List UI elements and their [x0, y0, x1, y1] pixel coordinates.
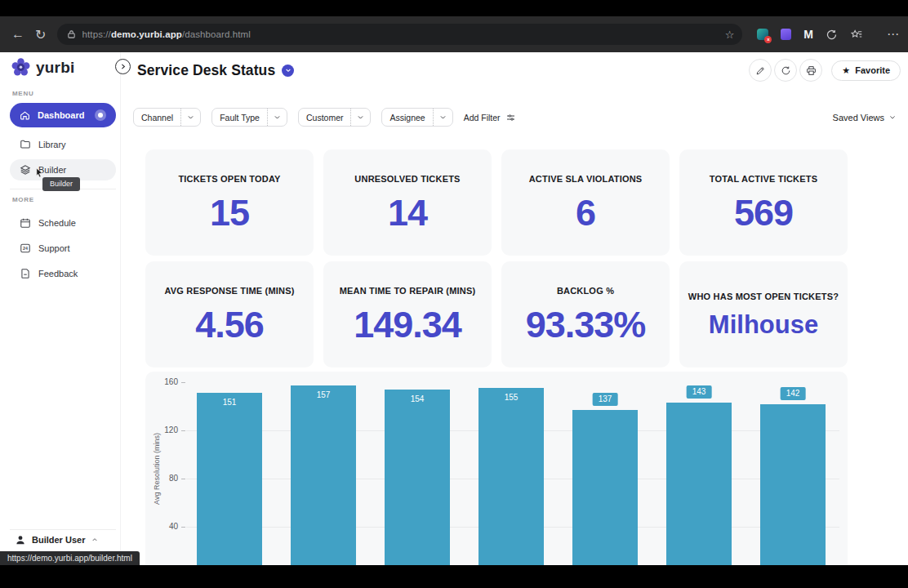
yurbi-logo-icon — [11, 57, 31, 78]
filter-label: Assignee — [382, 109, 432, 126]
edit-button[interactable] — [749, 59, 772, 82]
chevron-down-icon[interactable] — [350, 109, 370, 126]
y-tick-label: 160 — [152, 377, 178, 387]
kpi-label: MEAN TIME TO REPAIR (MINS) — [340, 286, 476, 296]
back-button[interactable]: ← — [7, 27, 29, 42]
bar-value-label: 154 — [385, 394, 450, 403]
user-menu[interactable]: Builder User — [15, 534, 99, 546]
lock-icon — [67, 29, 76, 39]
chevron-down-icon[interactable] — [433, 109, 452, 126]
menu-section-label: MENU — [12, 90, 33, 97]
kpi-label: BACKLOG % — [557, 286, 614, 296]
favorite-label: Favorite — [855, 65, 890, 75]
sidebar-item-library[interactable]: Library — [10, 134, 116, 155]
filter-bar: Channel Fault Type Customer Assignee Add… — [133, 108, 908, 127]
filter-customer[interactable]: Customer — [298, 108, 372, 127]
title-dropdown-icon[interactable] — [282, 65, 294, 77]
letterbox-bottom — [0, 565, 908, 588]
y-tick-mark — [181, 382, 185, 383]
chart-bar[interactable] — [291, 385, 356, 565]
chevron-down-icon[interactable] — [180, 109, 200, 126]
chevron-down-icon — [888, 114, 897, 121]
sync-icon[interactable] — [826, 29, 838, 41]
sidebar-item-schedule[interactable]: Schedule — [10, 212, 116, 234]
chart-bar[interactable] — [478, 388, 544, 565]
kpi-card-total-active-tickets[interactable]: TOTAL ACTIVE TICKETS 569 — [679, 149, 848, 256]
filter-label: Fault Type — [212, 109, 267, 126]
sidebar-item-dashboard[interactable]: Dashboard — [10, 103, 116, 127]
y-tick-label: 80 — [152, 474, 178, 483]
reload-button[interactable]: ↻ — [29, 27, 52, 42]
folder-icon — [20, 139, 31, 150]
filter-fault-type[interactable]: Fault Type — [211, 108, 287, 127]
favorite-button[interactable]: ★ Favorite — [831, 60, 901, 81]
sidebar-item-feedback[interactable]: Feedback — [10, 263, 116, 284]
add-filter-button[interactable]: Add Filter — [464, 113, 516, 122]
chevron-down-icon[interactable] — [267, 109, 287, 126]
favorites-list-icon[interactable] — [850, 29, 863, 41]
bookmark-star-icon[interactable]: ☆ — [725, 29, 735, 41]
svg-text:24: 24 — [23, 246, 28, 251]
app-window: yurbi MENU Dashboard Library — [0, 52, 908, 565]
kpi-label: UNRESOLVED TICKETS — [354, 174, 460, 184]
kpi-card-tickets-open-today[interactable]: TICKETS OPEN TODAY 15 — [145, 149, 314, 256]
kpi-card-most-open-tickets[interactable]: WHO HAS MOST OPEN TICKETS? Milhouse — [679, 261, 848, 368]
status-bar-link-preview: https://demo.yurbi.app/builder.html — [0, 551, 140, 565]
more-section-label: MORE — [12, 196, 34, 203]
active-indicator-icon — [95, 109, 106, 121]
y-tick-mark — [181, 479, 185, 479]
url-text: https://demo.yurbi.app/dashboard.html — [82, 29, 719, 39]
logo-text: yurbi — [36, 59, 74, 77]
browser-menu-icon[interactable]: ⋯ — [887, 27, 900, 42]
kpi-label: TICKETS OPEN TODAY — [178, 174, 280, 184]
filter-label: Customer — [299, 109, 351, 126]
sidebar-item-label: Dashboard — [38, 110, 84, 120]
extension-icon-2[interactable] — [781, 29, 791, 40]
extension-icon-3[interactable]: M — [803, 29, 813, 40]
sidebar-collapse-toggle[interactable] — [115, 59, 131, 74]
kpi-card-unresolved-tickets[interactable]: UNRESOLVED TICKETS 14 — [323, 149, 492, 256]
url-domain: demo.yurbi.app — [111, 29, 182, 39]
sidebar-item-support[interactable]: 24 Support — [10, 238, 116, 259]
kpi-card-avg-response-time[interactable]: AVG RESPONSE TIME (MINS) 4.56 — [145, 261, 314, 368]
filter-label: Channel — [134, 109, 180, 126]
mouse-cursor-icon — [35, 167, 44, 178]
chart-bar[interactable] — [385, 390, 450, 565]
filter-channel[interactable]: Channel — [133, 108, 201, 127]
extension-icon-1[interactable]: x — [757, 29, 768, 40]
builder-tooltip: Builder — [42, 177, 80, 191]
sidebar-footer-divider — [10, 529, 116, 530]
address-bar[interactable]: https://demo.yurbi.app/dashboard.html ☆ — [57, 24, 743, 45]
extensions-row: x M ⋯ — [757, 27, 908, 42]
kpi-card-mean-time-to-repair[interactable]: MEAN TIME TO REPAIR (MINS) 149.34 — [323, 261, 492, 368]
kpi-value: 6 — [576, 194, 595, 231]
chart-bar[interactable] — [197, 393, 262, 565]
star-icon: ★ — [842, 65, 850, 76]
sidebar: yurbi MENU Dashboard Library — [0, 52, 121, 565]
page-title: Service Desk Status — [137, 62, 275, 79]
filter-assignee[interactable]: Assignee — [381, 108, 452, 127]
kpi-card-backlog-percent[interactable]: BACKLOG % 93.33% — [501, 261, 670, 368]
kpi-value: 15 — [210, 194, 249, 231]
kpi-value: 569 — [734, 194, 793, 231]
kpi-value: 93.33% — [526, 306, 646, 343]
kpi-value: 4.56 — [195, 306, 264, 343]
kpi-label: TOTAL ACTIVE TICKETS — [710, 174, 818, 184]
y-tick-label: 120 — [152, 425, 178, 435]
logo[interactable]: yurbi — [11, 57, 74, 78]
kpi-card-active-sla-violations[interactable]: ACTIVE SLA VIOLATIONS 6 — [501, 149, 670, 256]
kpi-value: 14 — [388, 194, 427, 231]
chart-bar[interactable] — [760, 404, 826, 565]
chart-card: Avg Resolution (mins) 160120804015115715… — [145, 372, 848, 565]
chart-bar[interactable] — [666, 403, 732, 565]
bar-value-label: 157 — [291, 390, 356, 399]
kpi-label: AVG RESPONSE TIME (MINS) — [164, 286, 294, 296]
chart-bar[interactable] — [572, 410, 638, 565]
print-button[interactable] — [799, 59, 822, 82]
bar-value-label: 142 — [781, 387, 806, 400]
saved-views-label: Saved Views — [833, 113, 884, 122]
chevron-up-icon — [91, 537, 99, 543]
saved-views-button[interactable]: Saved Views — [833, 113, 897, 122]
refresh-button[interactable] — [774, 59, 797, 82]
y-tick-mark — [181, 527, 185, 528]
